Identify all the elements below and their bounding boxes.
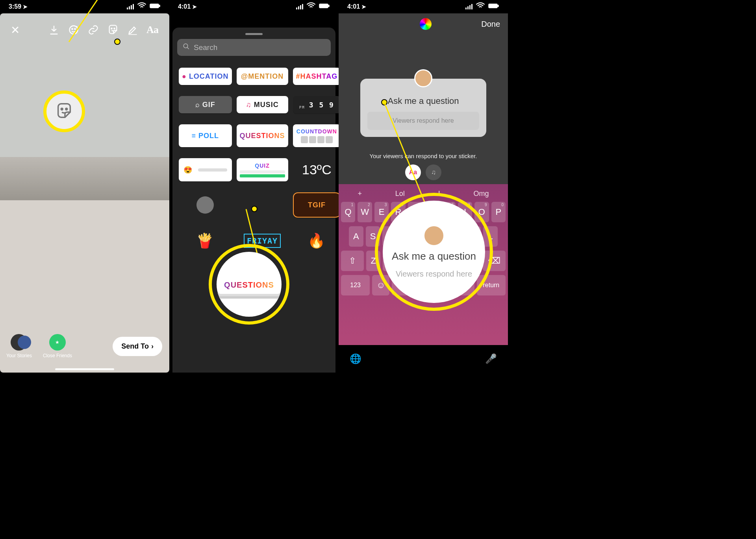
- slider-track: [198, 168, 227, 172]
- screen-question-sticker-editor: 4:01 ➤ Done Ask me a question Viewers re…: [339, 0, 508, 373]
- svg-point-3: [72, 29, 72, 30]
- draw-icon[interactable]: [123, 22, 143, 38]
- pin-icon: ●: [182, 72, 187, 81]
- your-stories-label: Your Stories: [6, 353, 32, 358]
- download-icon[interactable]: [44, 22, 64, 38]
- send-to-label: Send To: [121, 342, 149, 351]
- shift-key[interactable]: ⇧: [341, 251, 364, 271]
- sticker-quiz[interactable]: QUIZ: [237, 158, 288, 181]
- poll-bars-icon: ≡: [192, 132, 196, 140]
- svg-point-6: [114, 28, 115, 29]
- sticker-hashtag[interactable]: #HASHTAG: [293, 68, 339, 85]
- sticker-fries[interactable]: 🍟: [179, 229, 232, 253]
- location-arrow-icon: ➤: [192, 4, 197, 10]
- svg-rect-10: [328, 5, 329, 7]
- status-bar: 3:59 ➤: [0, 0, 169, 13]
- svg-point-11: [183, 44, 188, 48]
- home-indicator[interactable]: [55, 368, 114, 370]
- sticker-poll[interactable]: ≡ POLL: [179, 124, 232, 147]
- key-a[interactable]: A: [349, 226, 363, 247]
- sticker-emoji-slider[interactable]: 😍: [179, 158, 232, 181]
- sticker-search-input[interactable]: Search: [177, 39, 331, 56]
- color-picker-button[interactable]: [420, 18, 432, 30]
- chevron-right-icon: ›: [151, 342, 154, 351]
- avatar: [423, 225, 445, 246]
- tray-drag-handle[interactable]: [245, 33, 263, 35]
- battery-icon: [319, 0, 330, 13]
- music-mode-button[interactable]: ♫: [426, 164, 441, 180]
- suggestion[interactable]: Omg: [474, 190, 489, 198]
- quiz-options-icon: [240, 170, 285, 177]
- sticker-countdown[interactable]: COUNTDOWN: [293, 124, 339, 147]
- sticker-temperature[interactable]: 13ºC: [293, 158, 339, 181]
- your-stories-button[interactable]: Your Stories: [6, 334, 32, 358]
- zoom-question-title: Ask me a question: [392, 250, 476, 262]
- key-w[interactable]: W2: [358, 202, 372, 222]
- story-photo-background: [0, 13, 169, 373]
- sticker-questions[interactable]: QUESTIONS: [237, 124, 288, 147]
- cellular-icon: [127, 4, 134, 9]
- sticker-icon[interactable]: [103, 22, 123, 38]
- close-friends-label: Close Friends: [43, 353, 72, 358]
- sticker-round-gray[interactable]: [179, 192, 232, 218]
- wifi-icon: [475, 0, 486, 13]
- sticker-location[interactable]: ● LOCATION: [179, 68, 232, 85]
- sticker-mention[interactable]: @MENTION: [237, 68, 288, 85]
- sticker-tgif[interactable]: TGIF: [293, 192, 339, 218]
- sticker-flame[interactable]: 🔥: [293, 229, 339, 253]
- status-bar: 4:01 ➤: [169, 0, 339, 13]
- circle-placeholder-icon: [196, 196, 214, 214]
- annotation-circle-questions: QUESTIONS: [209, 244, 289, 325]
- wifi-icon: [306, 0, 317, 13]
- svg-rect-13: [498, 5, 498, 7]
- suggestion[interactable]: Lol: [395, 190, 405, 198]
- link-icon[interactable]: [83, 22, 103, 38]
- svg-point-7: [61, 108, 63, 110]
- zoom-question-sub: Viewers respond here: [396, 270, 472, 279]
- your-stories-avatar-icon: [11, 334, 27, 351]
- done-button[interactable]: Done: [481, 20, 500, 29]
- flame-emoji-icon: 🔥: [308, 233, 326, 249]
- status-bar: 4:01 ➤: [339, 0, 508, 13]
- svg-rect-12: [489, 4, 497, 8]
- key-p[interactable]: P0: [491, 202, 506, 222]
- status-time: 4:01: [347, 3, 360, 10]
- numeric-key[interactable]: 123: [341, 275, 370, 295]
- cellular-icon: [296, 4, 303, 9]
- sticker-gif[interactable]: ⌕ GIF: [179, 96, 232, 113]
- key-q[interactable]: Q1: [341, 202, 355, 222]
- suggestion[interactable]: +: [358, 190, 362, 198]
- music-note-icon: ♫: [246, 101, 252, 109]
- text-tool-button[interactable]: Aa: [143, 22, 162, 38]
- avatar: [414, 69, 432, 87]
- annotation-dot: [251, 206, 258, 212]
- close-button[interactable]: ✕: [7, 22, 23, 38]
- spacer: [237, 192, 288, 218]
- close-friends-button[interactable]: ★ Close Friends: [43, 334, 72, 358]
- annotation-dot: [114, 39, 120, 45]
- dictation-key[interactable]: 🎤: [485, 353, 497, 364]
- wifi-icon: [136, 0, 147, 13]
- music-note-icon: ♫: [431, 169, 436, 176]
- status-time: 4:01: [178, 3, 191, 10]
- annotation-circle-sticker: [43, 90, 85, 132]
- svg-point-4: [74, 29, 75, 30]
- svg-rect-0: [150, 4, 159, 8]
- countdown-boxes-icon: [301, 136, 333, 143]
- screen-story-editor: 3:59 ➤ ✕: [0, 0, 169, 373]
- close-friends-star-icon: ★: [49, 334, 66, 351]
- question-response-placeholder: Viewers respond here: [367, 112, 479, 130]
- globe-key[interactable]: 🌐: [350, 353, 361, 364]
- question-sticker[interactable]: Ask me a question Viewers respond here: [360, 79, 486, 137]
- screen-sticker-tray: 4:01 ➤ Search ● LOCATION: [169, 0, 339, 373]
- question-caption: Your viewers can respond to your sticker…: [339, 153, 508, 159]
- search-placeholder: Search: [194, 43, 217, 52]
- send-to-button[interactable]: Send To ›: [113, 337, 162, 356]
- location-arrow-icon: ➤: [23, 4, 28, 10]
- fries-emoji-icon: 🍟: [196, 233, 214, 249]
- sticker-time[interactable]: PM 3 5 9: [293, 96, 339, 113]
- sticker-music[interactable]: ♫ MUSIC: [237, 96, 288, 113]
- status-time: 3:59: [9, 3, 21, 10]
- cellular-icon: [465, 4, 472, 9]
- battery-icon: [150, 0, 161, 13]
